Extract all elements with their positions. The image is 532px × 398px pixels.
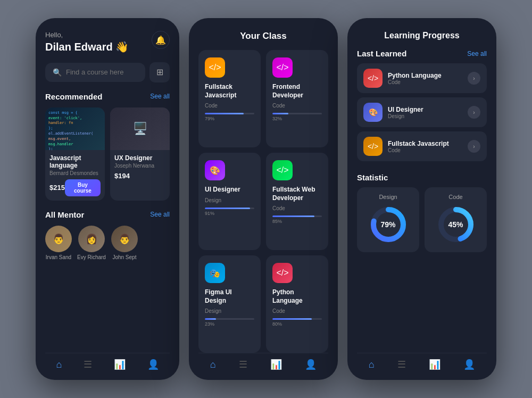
buy-course-button[interactable]: Buy course xyxy=(65,179,101,196)
nav-chart-icon-p2[interactable]: 📊 xyxy=(270,359,282,370)
frontend-icon: </> xyxy=(272,57,293,78)
course-price-javascript: $215 xyxy=(49,184,65,192)
last-learned-title: Last Learned xyxy=(357,49,406,58)
mentor-item-evy[interactable]: 👩 Evy Richard xyxy=(77,226,106,260)
search-row: 🔍 ⊞ xyxy=(45,62,170,82)
course-card-ux[interactable]: 🖥️ UX Designer Joseph Nerwana $194 xyxy=(110,107,170,201)
nav-user-icon[interactable]: 👤 xyxy=(147,359,159,370)
class-type-fullstack-web: Code xyxy=(272,205,322,211)
progress-fullstack-js: 79% xyxy=(205,113,254,121)
progress-bg-fullstack-js xyxy=(205,113,254,114)
nav-home-icon-p2[interactable]: ⌂ xyxy=(210,359,216,370)
phone-progress: Learning Progress Last Learned See all <… xyxy=(347,18,496,380)
recommended-see-all[interactable]: See all xyxy=(150,93,170,100)
phone-class: Your Class </> Fullstack Javascript Code… xyxy=(189,18,338,380)
class-card-fullstack-js[interactable]: </> Fullstack Javascript Code 79% xyxy=(198,50,261,147)
mentor-item-irvan[interactable]: 👨 Irvan Sand xyxy=(45,226,72,260)
class-grid: </> Fullstack Javascript Code 79% </> Fr… xyxy=(198,50,328,353)
learned-item-ui[interactable]: 🎨 UI Designer Design › xyxy=(357,97,487,127)
progress-fullstack-web: 85% xyxy=(272,215,322,224)
greeting-row: Hello, Dilan Edward 👋 🔔 xyxy=(45,31,170,54)
greeting-text: Hello, Dilan Edward 👋 xyxy=(45,31,129,54)
mentor-title: All Mentor xyxy=(45,210,84,219)
python-learned-icon: </> xyxy=(363,69,383,88)
progress-figma: 23% xyxy=(205,318,254,327)
fullstack-learned-icon: </> xyxy=(363,137,383,156)
nav-chart-icon[interactable]: 📊 xyxy=(114,359,126,370)
statistic-section: Statistic Design xyxy=(357,173,487,252)
course-author-ux: Joseph Nerwana xyxy=(114,163,165,169)
price-row-javascript: $215 Buy course xyxy=(49,179,101,196)
progress-label-python: 80% xyxy=(272,321,322,327)
last-learned-header: Last Learned See all xyxy=(357,49,487,58)
nav-home-icon-p3[interactable]: ⌂ xyxy=(369,359,375,370)
mentor-section: All Mentor See all 👨 Irvan Sand 👩 Evy Ri… xyxy=(45,210,170,260)
progress-fill-fullstack-web xyxy=(272,215,314,217)
progress-bg-python xyxy=(272,318,322,320)
class-card-python[interactable]: </> Python Language Code 80% xyxy=(266,255,328,353)
notification-bell-icon[interactable]: 🔔 xyxy=(152,31,170,49)
mentor-avatar-evy: 👩 xyxy=(78,226,105,252)
nav-user-icon-p2[interactable]: 👤 xyxy=(305,359,317,370)
bottom-nav-phone2: ⌂ ☰ 📊 👤 xyxy=(198,353,328,370)
nav-user-icon-p3[interactable]: 👤 xyxy=(463,359,475,370)
course-price-ux: $194 xyxy=(114,172,130,180)
nav-list-icon-p2[interactable]: ☰ xyxy=(239,359,247,370)
class-type-frontend: Code xyxy=(272,103,322,109)
mentor-name-john: John Sept xyxy=(112,254,136,260)
mentor-avatar-irvan: 👨 xyxy=(45,226,72,252)
stat-card-design: Design 79% xyxy=(357,187,419,252)
progress-label-figma: 23% xyxy=(205,321,254,327)
filter-button[interactable]: ⊞ xyxy=(149,62,170,82)
progress-fill-python xyxy=(272,318,312,320)
search-input[interactable] xyxy=(66,68,138,76)
course-card-javascript[interactable]: const msg = { event: 'click', handler: f… xyxy=(45,107,105,201)
progress-ui-designer: 91% xyxy=(205,208,254,216)
python-learned-name: Python Language xyxy=(388,72,462,79)
mentor-item-john[interactable]: 👨 John Sept xyxy=(111,226,138,260)
donut-design: 79% xyxy=(367,203,410,246)
stat-label-code: Code xyxy=(448,194,462,200)
class-name-ui-designer: UI Designer xyxy=(205,186,254,194)
fullstack-web-icon: </> xyxy=(272,160,293,180)
recommended-header: Recommended See all xyxy=(45,92,170,101)
search-box[interactable]: 🔍 xyxy=(45,63,145,82)
learned-item-fullstack[interactable]: </> Fullstack Javascript Code › xyxy=(357,131,487,161)
ui-learned-icon: 🎨 xyxy=(363,103,383,122)
progress-label-fullstack-web: 85% xyxy=(272,219,322,224)
progress-fill-ui-designer xyxy=(205,208,250,209)
last-learned-see-all[interactable]: See all xyxy=(467,50,487,57)
class-type-fullstack-js: Code xyxy=(205,103,254,109)
mentor-see-all[interactable]: See all xyxy=(150,211,170,218)
class-name-figma: Figma UI Design xyxy=(205,288,254,305)
fullstack-arrow-button[interactable]: › xyxy=(468,140,480,153)
course-info-javascript: Javascript language Bernard Desmondes $2… xyxy=(45,150,105,201)
python-learned-type: Code xyxy=(388,79,462,85)
nav-list-icon-p3[interactable]: ☰ xyxy=(397,359,406,370)
progress-python: 80% xyxy=(272,318,322,327)
mentor-list: 👨 Irvan Sand 👩 Evy Richard 👨 John Sept xyxy=(45,226,170,260)
ui-learned-name: UI Designer xyxy=(388,106,462,113)
recommended-title: Recommended xyxy=(45,92,103,101)
progress-label-fullstack-js: 79% xyxy=(205,116,254,121)
ui-designer-icon: 🎨 xyxy=(205,160,225,180)
phone-home: Hello, Dilan Edward 👋 🔔 🔍 ⊞ Recommended … xyxy=(36,18,179,380)
class-card-frontend[interactable]: </> Frontend Developer Code 32% xyxy=(266,50,328,147)
python-arrow-button[interactable]: › xyxy=(468,72,480,85)
mentor-name-evy: Evy Richard xyxy=(77,254,106,260)
nav-list-icon[interactable]: ☰ xyxy=(84,359,92,370)
class-card-fullstack-web[interactable]: </> Fullstack Web Developer Code 85% xyxy=(266,153,328,250)
nav-chart-icon-p3[interactable]: 📊 xyxy=(429,359,440,370)
learned-item-python[interactable]: </> Python Language Code › xyxy=(357,63,487,93)
bottom-nav-phone3: ⌂ ☰ 📊 👤 xyxy=(357,353,487,370)
class-card-ui-designer[interactable]: 🎨 UI Designer Design 91% xyxy=(198,153,261,250)
figma-icon: 🎭 xyxy=(205,263,225,283)
progress-label-ui-designer: 91% xyxy=(205,211,254,216)
nav-home-icon[interactable]: ⌂ xyxy=(56,359,62,370)
last-learned-section: Last Learned See all </> Python Language… xyxy=(357,49,487,165)
class-name-fullstack-js: Fullstack Javascript xyxy=(205,83,254,100)
fullstack-learned-type: Code xyxy=(388,147,462,153)
search-icon: 🔍 xyxy=(53,68,62,77)
class-card-figma[interactable]: 🎭 Figma UI Design Design 23% xyxy=(198,255,261,353)
ui-arrow-button[interactable]: › xyxy=(468,106,480,119)
